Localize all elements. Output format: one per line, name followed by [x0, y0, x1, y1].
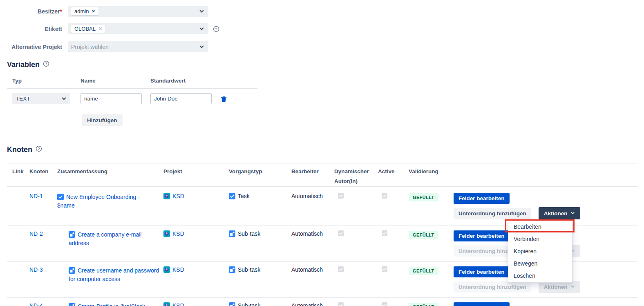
subtask-icon — [229, 266, 235, 273]
chevron-down-icon — [570, 210, 575, 217]
assignee-cell: Automatisch — [291, 302, 334, 306]
actions-button-label: Aktionen — [544, 210, 568, 217]
node-summary-link[interactable]: New Employee Onboarding - $name — [57, 194, 140, 209]
besitzer-label: Besitzer* — [0, 8, 62, 15]
menu-item-verbinden[interactable]: Verbinden — [508, 233, 572, 245]
node-summary-link[interactable]: Create Profile in Jira/Slack — [78, 303, 145, 306]
project-link[interactable]: KSD — [172, 302, 184, 306]
edit-fields-button[interactable]: Felder bearbeiten — [454, 193, 510, 204]
actions-button[interactable]: Aktionen — [539, 207, 581, 219]
variable-name-input[interactable] — [80, 93, 142, 104]
subtask-icon — [229, 302, 235, 306]
knoten-header-row: Link Knoten Zusammenfassung Projekt Vorg… — [7, 163, 637, 187]
col-header-zusammenfassung: Zusammenfassung — [57, 167, 163, 176]
col-header-active: Active — [378, 167, 409, 176]
col-header-link: Link — [12, 167, 29, 176]
node-id-link[interactable]: ND-2 — [29, 230, 43, 237]
issue-type-label: Task — [238, 193, 250, 199]
typ-select[interactable]: TEXT — [12, 93, 70, 104]
subtask-icon — [69, 303, 75, 306]
chevron-down-icon — [570, 284, 575, 290]
dynamic-author-checkbox — [338, 193, 344, 199]
assignee-cell: Automatisch — [291, 266, 334, 273]
assignee-cell: Automatisch — [291, 230, 334, 237]
help-icon[interactable]: ? — [36, 145, 42, 154]
help-icon[interactable]: ? — [43, 60, 49, 69]
subtask-icon — [69, 267, 75, 274]
svg-text:?: ? — [215, 27, 217, 31]
task-icon — [229, 193, 235, 199]
svg-text:?: ? — [45, 61, 47, 66]
summary-cell: Create a company e-mail address — [57, 230, 163, 248]
col-header-typ: Typ — [12, 78, 80, 84]
add-child-button[interactable]: Unterordnung hinzufügen — [454, 208, 531, 219]
subtask-icon — [69, 231, 75, 238]
active-checkbox — [382, 193, 387, 199]
actions-dropdown-menu: Bearbeiten Verbinden Kopieren Bewegen Lö… — [508, 220, 572, 283]
menu-item-bearbeiten[interactable]: Bearbeiten — [508, 221, 572, 233]
active-checkbox — [382, 230, 387, 236]
dynamic-author-checkbox — [338, 302, 344, 306]
besitzer-label-text: Besitzer — [38, 8, 60, 15]
svg-text:?: ? — [38, 146, 40, 151]
etikett-select[interactable]: GLOBAL ✕ — [68, 23, 208, 34]
menu-item-bewegen[interactable]: Bewegen — [508, 257, 572, 270]
trash-icon — [221, 97, 227, 103]
edit-fields-button[interactable]: Felder bearbeiten — [454, 302, 510, 306]
variablen-title: Variablen ? — [7, 60, 644, 69]
edit-fields-button[interactable]: Felder bearbeiten — [454, 266, 510, 277]
project-link[interactable]: KSD — [172, 193, 184, 199]
col-header-knoten: Knoten — [29, 167, 57, 176]
etikett-tag: GLOBAL ✕ — [71, 25, 105, 33]
project-link[interactable]: KSD — [172, 266, 184, 273]
chevron-down-icon — [199, 26, 204, 33]
help-icon[interactable]: ? — [213, 26, 219, 32]
issue-type-label: Sub-task — [238, 266, 260, 273]
issue-type-label: Sub-task — [238, 302, 260, 306]
node-id-link[interactable]: ND-1 — [29, 193, 43, 199]
node-row: ND-4 Create Profile in Jira/Slack KSD Su… — [7, 298, 637, 306]
task-icon — [57, 194, 64, 200]
validation-badge: GEFÜLLT — [409, 193, 438, 201]
col-header-bearbeiter: Bearbeiter — [291, 167, 334, 176]
project-avatar-icon — [163, 193, 170, 199]
summary-cell: New Employee Onboarding - $name — [57, 193, 153, 210]
add-variable-button[interactable]: Hinzufügen — [82, 114, 123, 126]
project-link[interactable]: KSD — [172, 230, 184, 237]
validation-badge: GEFÜLLT — [409, 231, 438, 239]
required-asterisk: * — [60, 8, 62, 15]
form-row-etikett: Etikett GLOBAL ✕ ? — [0, 23, 644, 34]
add-child-button[interactable]: Unterordnung hinzufügen — [454, 281, 531, 293]
variable-row: TEXT — [7, 89, 257, 109]
knoten-title: Knoten ? — [7, 145, 644, 154]
node-summary-link[interactable]: Create a company e-mail address — [69, 231, 141, 246]
chevron-down-icon — [199, 9, 204, 15]
node-id-link[interactable]: ND-4 — [29, 302, 43, 306]
divider — [7, 109, 257, 109]
actions-button-label: Aktionen — [544, 284, 568, 290]
page: Besitzer* admin ✕ Etikett GLOBAL ✕ ? — [0, 0, 644, 306]
delete-variable-button[interactable] — [221, 96, 227, 102]
remove-tag-icon[interactable]: ✕ — [98, 26, 102, 31]
menu-item-kopieren[interactable]: Kopieren — [508, 245, 572, 257]
subtask-icon — [229, 230, 235, 237]
form-row-besitzer: Besitzer* admin ✕ — [0, 6, 644, 17]
alt-projekt-select[interactable]: Projekt wählen — [68, 41, 208, 52]
col-header-standardwert: Standardwert — [150, 78, 257, 84]
col-header-name: Name — [80, 78, 150, 84]
besitzer-select[interactable]: admin ✕ — [68, 6, 208, 17]
menu-item-loeschen[interactable]: Löschen — [508, 270, 572, 282]
remove-tag-icon[interactable]: ✕ — [92, 9, 95, 13]
dynamic-author-checkbox — [338, 230, 344, 236]
variablen-title-text: Variablen — [7, 60, 40, 69]
knoten-title-text: Knoten — [7, 145, 32, 154]
node-id-link[interactable]: ND-3 — [29, 266, 43, 273]
variablen-table: Typ Name Standardwert TEXT — [7, 73, 257, 126]
issue-type-label: Sub-task — [238, 230, 260, 237]
node-summary-link[interactable]: Create username and password for compute… — [69, 267, 159, 282]
dynamic-author-checkbox — [338, 266, 344, 272]
variable-default-input[interactable] — [150, 93, 212, 104]
edit-fields-button[interactable]: Felder bearbeiten — [454, 230, 510, 241]
besitzer-tag-label: admin — [74, 8, 89, 14]
col-header-dynamischer-autor: Dynamischer Autor(in) — [334, 167, 378, 186]
